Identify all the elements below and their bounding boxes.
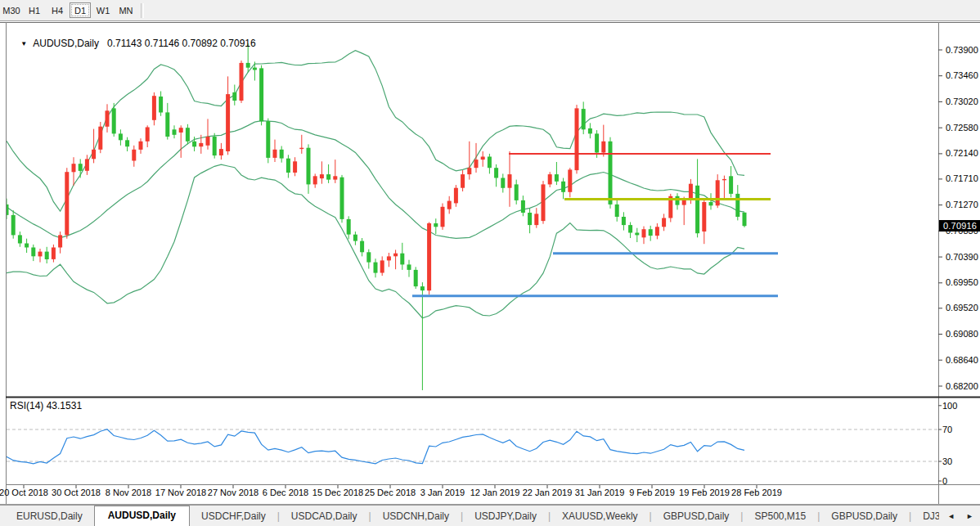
date-axis-label: 22 Jan 2019 bbox=[523, 488, 573, 497]
date-axis-label: 17 Nov 2018 bbox=[155, 488, 206, 497]
chart-symbol-label: AUDUSD,Daily bbox=[33, 38, 99, 49]
timeframe-button-W1[interactable]: W1 bbox=[92, 2, 114, 18]
tab-scroll-arrows: ◄ ► bbox=[939, 506, 980, 526]
timeframe-button-MN[interactable]: MN bbox=[115, 2, 137, 18]
chart-window: 0.739000.734600.730200.725800.721400.717… bbox=[0, 22, 980, 505]
price-axis-label: 0.69080 bbox=[946, 329, 978, 339]
price-axis-label: 0.73900 bbox=[946, 45, 978, 55]
chart-tab-bar: EURUSD,DailyAUDUSD,DailyUSDCHF,Daily|USD… bbox=[0, 505, 980, 526]
tab-usdcad-daily[interactable]: USDCAD,Daily bbox=[280, 507, 369, 526]
tab-usdchf-daily[interactable]: USDCHF,Daily bbox=[190, 507, 277, 526]
date-axis-label: 8 Nov 2018 bbox=[106, 488, 151, 497]
date-axis-label: 28 Feb 2019 bbox=[731, 488, 782, 497]
tab-gbpusd-daily[interactable]: GBPUSD,Daily bbox=[652, 507, 741, 526]
date-axis-label: 20 Oct 2018 bbox=[0, 488, 48, 497]
metatrader-window: { "toolbar": { "timeframes": ["M30", "H1… bbox=[0, 0, 980, 526]
tab-usdjpy-daily[interactable]: USDJPY,Daily bbox=[463, 507, 548, 526]
price-axis-label: 0.71270 bbox=[946, 200, 978, 209]
date-axis-label: 31 Jan 2019 bbox=[575, 488, 625, 497]
timeframe-button-H1[interactable]: H1 bbox=[24, 2, 45, 18]
tab-usdcnh-daily[interactable]: USDCNH,Daily bbox=[371, 507, 461, 526]
rsi-pane bbox=[7, 429, 937, 464]
date-axis-label: 30 Oct 2018 bbox=[52, 488, 101, 497]
current-price-badge: 0.70916 bbox=[939, 220, 980, 232]
tab-eurusd-daily[interactable]: EURUSD,Daily bbox=[5, 507, 94, 526]
date-axis-label: 3 Jan 2019 bbox=[420, 488, 465, 497]
price-chart[interactable]: 0.739000.734600.730200.725800.721400.717… bbox=[0, 22, 980, 505]
timeframe-button-H4[interactable]: H4 bbox=[47, 2, 68, 18]
price-axis-label: 0.73460 bbox=[946, 70, 978, 80]
timeframe-button-D1[interactable]: D1 bbox=[70, 2, 91, 18]
chart-title: ▼AUDUSD,Daily0.71143 0.71146 0.70892 0.7… bbox=[10, 26, 256, 61]
chart-tabs: EURUSD,DailyAUDUSD,DailyUSDCHF,Daily|USD… bbox=[0, 506, 980, 526]
rsi-axis-label: 0 bbox=[942, 476, 947, 486]
timeframe-button-M30[interactable]: M30 bbox=[1, 2, 22, 18]
timeframe-toolbar: M30H1H4D1W1MN bbox=[0, 0, 980, 21]
date-axis-label: 27 Nov 2018 bbox=[208, 488, 258, 497]
rsi-axis-label: 30 bbox=[942, 456, 952, 466]
rsi-axis-label: 70 bbox=[942, 425, 952, 434]
price-axis-label: 0.69520 bbox=[946, 303, 978, 312]
price-axis-label: 0.69950 bbox=[946, 277, 978, 287]
rsi-axis-label: 100 bbox=[942, 401, 957, 411]
tab-xauusd-weekly[interactable]: XAUUSD,Weekly bbox=[551, 507, 649, 526]
chart-dropdown-icon[interactable]: ▼ bbox=[20, 40, 27, 47]
candles-layer bbox=[5, 43, 747, 390]
price-axis-label: 0.70390 bbox=[946, 252, 978, 262]
bollinger-middle-band bbox=[7, 121, 744, 239]
bollinger-upper-band bbox=[7, 51, 744, 212]
toolbar-separator bbox=[141, 3, 144, 18]
price-axis-label: 0.72140 bbox=[946, 148, 978, 158]
tab-scroll-left-icon[interactable]: ◄ bbox=[947, 512, 955, 520]
price-axis-label: 0.73020 bbox=[946, 97, 978, 106]
chart-ohlc-values: 0.71143 0.71146 0.70892 0.70916 bbox=[107, 38, 256, 49]
date-axis-label: 12 Jan 2019 bbox=[470, 488, 520, 497]
date-axis-label: 9 Feb 2019 bbox=[629, 488, 675, 497]
tab-scroll-right-icon[interactable]: ► bbox=[966, 512, 973, 520]
tab-sp500-m15[interactable]: SP500,M15 bbox=[743, 507, 817, 526]
date-axis-label: 25 Dec 2018 bbox=[365, 488, 416, 497]
price-axis-label: 0.68200 bbox=[946, 381, 978, 391]
date-axis-label: 15 Dec 2018 bbox=[312, 488, 363, 497]
price-axis-label: 0.72580 bbox=[946, 123, 978, 133]
price-axis-label: 0.68640 bbox=[946, 355, 978, 365]
tab-audusd-daily[interactable]: AUDUSD,Daily bbox=[94, 506, 190, 526]
main-pane bbox=[5, 43, 779, 390]
rsi-line bbox=[7, 429, 744, 464]
tab-gbpusd-daily[interactable]: GBPUSD,Daily bbox=[820, 507, 909, 526]
rsi-indicator-label: RSI(14) 43.1531 bbox=[10, 400, 82, 411]
date-axis-label: 6 Dec 2018 bbox=[263, 488, 308, 497]
date-axis-label: 19 Feb 2019 bbox=[679, 488, 730, 497]
price-axis-label: 0.71710 bbox=[946, 173, 978, 183]
